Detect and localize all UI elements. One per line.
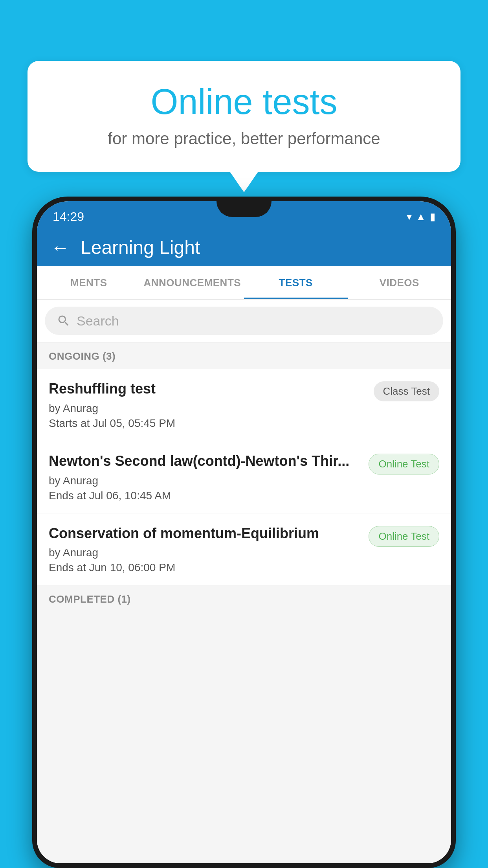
test-name: Conservation of momentum-Equilibrium [49,524,361,543]
test-item[interactable]: Reshuffling test by Anurag Starts at Jul… [37,369,451,441]
signal-icon: ▲ [416,211,426,223]
test-badge-online: Online Test [369,526,439,547]
search-box[interactable]: Search [45,307,443,335]
search-container: Search [37,300,451,342]
test-date: Ends at Jul 06, 10:45 AM [49,489,361,502]
search-icon [57,314,71,328]
app-bar: ← Learning Light [37,229,451,266]
wifi-icon: ▾ [407,211,412,223]
ongoing-section-header: ONGOING (3) [37,342,451,369]
speech-bubble: Online tests for more practice, better p… [28,61,460,172]
bubble-subtitle: for more practice, better performance [51,129,437,148]
tabs-bar: MENTS ANNOUNCEMENTS TESTS VIDEOS [37,266,451,300]
test-author: by Anurag [49,474,361,487]
back-button[interactable]: ← [51,237,70,258]
tab-videos[interactable]: VIDEOS [348,266,451,299]
test-date: Starts at Jul 05, 05:45 PM [49,417,366,430]
bubble-title: Online tests [51,83,437,121]
test-badge-online: Online Test [369,454,439,474]
app-title: Learning Light [81,237,200,258]
status-time: 14:29 [53,210,84,224]
completed-section-header: COMPLETED (1) [37,585,451,609]
phone-notch [216,201,272,217]
test-item[interactable]: Conservation of momentum-Equilibrium by … [37,513,451,586]
content-area: Search ONGOING (3) Reshuffling test by A… [37,300,451,863]
battery-icon: ▮ [430,211,435,223]
completed-label: COMPLETED (1) [49,593,131,605]
test-date: Ends at Jun 10, 06:00 PM [49,561,361,574]
status-icons: ▾ ▲ ▮ [407,211,435,223]
test-info: Reshuffling test by Anurag Starts at Jul… [49,380,366,430]
tab-announcements[interactable]: ANNOUNCEMENTS [141,266,244,299]
tab-ments[interactable]: MENTS [37,266,141,299]
test-info: Newton's Second law(contd)-Newton's Thir… [49,452,361,502]
test-name: Newton's Second law(contd)-Newton's Thir… [49,452,361,471]
test-badge-class: Class Test [374,381,439,401]
phone-frame: 14:29 ▾ ▲ ▮ ← Learning Light MENTS ANNOU… [32,197,456,868]
test-author: by Anurag [49,546,361,559]
ongoing-label: ONGOING (3) [49,350,116,362]
test-author: by Anurag [49,402,366,415]
test-name: Reshuffling test [49,380,366,398]
test-info: Conservation of momentum-Equilibrium by … [49,524,361,574]
test-item[interactable]: Newton's Second law(contd)-Newton's Thir… [37,441,451,513]
search-input[interactable]: Search [77,313,119,329]
phone-inner: 14:29 ▾ ▲ ▮ ← Learning Light MENTS ANNOU… [37,201,451,863]
tab-tests[interactable]: TESTS [244,266,348,299]
